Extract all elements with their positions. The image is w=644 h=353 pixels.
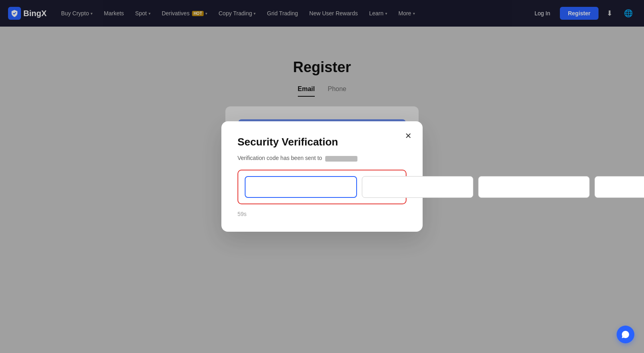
code-digit-4[interactable] xyxy=(594,176,644,198)
email-redacted xyxy=(325,156,357,162)
code-input-wrapper xyxy=(237,170,407,204)
modal-overlay[interactable]: ✕ Security Verification Verification cod… xyxy=(0,0,644,353)
code-digit-2[interactable] xyxy=(362,176,473,198)
chat-support-button[interactable] xyxy=(617,326,634,343)
modal-subtitle: Verification code has been sent to xyxy=(237,155,407,161)
modal-close-button[interactable]: ✕ xyxy=(402,129,415,142)
modal-title: Security Verification xyxy=(237,136,407,148)
timer-text: 59s xyxy=(237,211,407,217)
code-digit-1[interactable] xyxy=(245,176,357,198)
security-verification-modal: ✕ Security Verification Verification cod… xyxy=(221,121,423,231)
code-digit-3[interactable] xyxy=(478,176,590,198)
